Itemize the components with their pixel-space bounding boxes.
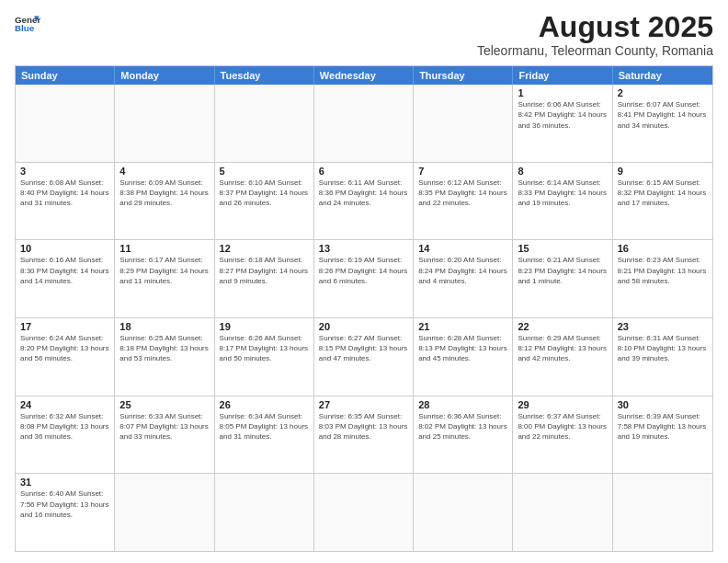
day-info: Sunrise: 6:19 AM Sunset: 8:26 PM Dayligh… [319,255,408,286]
day-number: 17 [20,321,109,332]
day-number: 11 [119,243,209,254]
cell-w3-d2: 19Sunrise: 6:26 AM Sunset: 8:17 PM Dayli… [215,318,314,396]
cell-w0-d1 [115,85,214,162]
day-number: 16 [618,243,708,254]
day-number: 4 [119,166,209,177]
day-number: 13 [319,243,408,254]
day-info: Sunrise: 6:34 AM Sunset: 8:05 PM Dayligh… [220,411,309,442]
generalblue-logo-icon: General Blue [15,11,40,37]
cell-w3-d1: 18Sunrise: 6:25 AM Sunset: 8:18 PM Dayli… [115,318,214,396]
day-info: Sunrise: 6:21 AM Sunset: 8:23 PM Dayligh… [518,255,607,286]
day-info: Sunrise: 6:15 AM Sunset: 8:32 PM Dayligh… [618,178,708,209]
cell-w1-d2: 5Sunrise: 6:10 AM Sunset: 8:37 PM Daylig… [215,163,314,240]
week-row-3: 17Sunrise: 6:24 AM Sunset: 8:20 PM Dayli… [16,317,712,396]
calendar-header: Sunday Monday Tuesday Wednesday Thursday… [16,66,712,85]
cell-w5-d4 [414,474,513,551]
day-info: Sunrise: 6:10 AM Sunset: 8:37 PM Dayligh… [220,178,309,209]
cell-w4-d3: 27Sunrise: 6:35 AM Sunset: 8:03 PM Dayli… [314,396,414,474]
cell-w2-d4: 14Sunrise: 6:20 AM Sunset: 8:24 PM Dayli… [414,240,513,317]
day-info: Sunrise: 6:09 AM Sunset: 8:38 PM Dayligh… [119,178,209,209]
dow-thursday: Thursday [414,66,513,85]
day-info: Sunrise: 6:37 AM Sunset: 8:00 PM Dayligh… [518,411,607,442]
dow-tuesday: Tuesday [215,66,314,85]
cell-w1-d3: 6Sunrise: 6:11 AM Sunset: 8:36 PM Daylig… [314,163,414,240]
dow-sunday: Sunday [16,66,115,85]
day-number: 3 [20,166,109,177]
day-info: Sunrise: 6:17 AM Sunset: 8:29 PM Dayligh… [119,255,209,286]
dow-friday: Friday [513,66,612,85]
day-number: 9 [618,166,708,177]
day-info: Sunrise: 6:33 AM Sunset: 8:07 PM Dayligh… [119,411,209,442]
title-block: August 2025 Teleormanu, Teleorman County… [477,11,713,58]
day-number: 30 [618,399,708,410]
day-number: 28 [418,399,507,410]
cell-w5-d5 [513,474,612,551]
day-info: Sunrise: 6:36 AM Sunset: 8:02 PM Dayligh… [418,411,507,442]
cell-w5-d6 [613,474,712,551]
day-number: 18 [119,321,209,332]
day-number: 5 [220,166,309,177]
day-number: 31 [20,477,109,488]
day-info: Sunrise: 6:20 AM Sunset: 8:24 PM Dayligh… [418,255,507,286]
cell-w5-d0: 31Sunrise: 6:40 AM Sunset: 7:56 PM Dayli… [16,474,115,551]
day-number: 19 [220,321,309,332]
day-info: Sunrise: 6:28 AM Sunset: 8:13 PM Dayligh… [418,333,507,364]
day-info: Sunrise: 6:23 AM Sunset: 8:21 PM Dayligh… [618,255,708,286]
day-info: Sunrise: 6:31 AM Sunset: 8:10 PM Dayligh… [618,333,708,364]
day-number: 12 [220,243,309,254]
day-info: Sunrise: 6:07 AM Sunset: 8:41 PM Dayligh… [618,99,708,131]
day-info: Sunrise: 6:06 AM Sunset: 8:42 PM Dayligh… [518,99,607,131]
cell-w2-d6: 16Sunrise: 6:23 AM Sunset: 8:21 PM Dayli… [613,240,712,317]
cell-w2-d0: 10Sunrise: 6:16 AM Sunset: 8:30 PM Dayli… [16,240,115,317]
cell-w4-d1: 25Sunrise: 6:33 AM Sunset: 8:07 PM Dayli… [115,396,214,474]
day-number: 2 [618,87,708,98]
day-info: Sunrise: 6:24 AM Sunset: 8:20 PM Dayligh… [20,333,109,364]
calendar-body: 1Sunrise: 6:06 AM Sunset: 8:42 PM Daylig… [16,85,712,551]
cell-w0-d3 [314,85,414,162]
day-number: 15 [518,243,607,254]
day-info: Sunrise: 6:08 AM Sunset: 8:40 PM Dayligh… [20,178,109,209]
cell-w3-d3: 20Sunrise: 6:27 AM Sunset: 8:15 PM Dayli… [314,318,414,396]
page: General Blue August 2025 Teleormanu, Tel… [0,0,728,563]
cell-w0-d2 [215,85,314,162]
day-number: 10 [20,243,109,254]
cell-w4-d5: 29Sunrise: 6:37 AM Sunset: 8:00 PM Dayli… [513,396,612,474]
cell-w0-d0 [16,85,115,162]
day-number: 27 [319,399,408,410]
cell-w2-d3: 13Sunrise: 6:19 AM Sunset: 8:26 PM Dayli… [314,240,414,317]
cell-w5-d2 [215,474,314,551]
day-number: 6 [319,166,408,177]
week-row-2: 10Sunrise: 6:16 AM Sunset: 8:30 PM Dayli… [16,239,712,317]
cell-w0-d6: 2Sunrise: 6:07 AM Sunset: 8:41 PM Daylig… [613,85,712,162]
day-number: 20 [319,321,408,332]
location-title: Teleormanu, Teleorman County, Romania [477,43,713,58]
cell-w2-d5: 15Sunrise: 6:21 AM Sunset: 8:23 PM Dayli… [513,240,612,317]
cell-w3-d0: 17Sunrise: 6:24 AM Sunset: 8:20 PM Dayli… [16,318,115,396]
cell-w1-d6: 9Sunrise: 6:15 AM Sunset: 8:32 PM Daylig… [613,163,712,240]
day-number: 24 [20,399,109,410]
day-number: 25 [119,399,209,410]
cell-w3-d5: 22Sunrise: 6:29 AM Sunset: 8:12 PM Dayli… [513,318,612,396]
day-info: Sunrise: 6:18 AM Sunset: 8:27 PM Dayligh… [220,255,309,286]
day-info: Sunrise: 6:25 AM Sunset: 8:18 PM Dayligh… [119,333,209,364]
dow-wednesday: Wednesday [314,66,414,85]
cell-w2-d2: 12Sunrise: 6:18 AM Sunset: 8:27 PM Dayli… [215,240,314,317]
day-info: Sunrise: 6:32 AM Sunset: 8:08 PM Dayligh… [20,411,109,442]
day-info: Sunrise: 6:29 AM Sunset: 8:12 PM Dayligh… [518,333,607,364]
day-number: 7 [418,166,507,177]
svg-text:Blue: Blue [15,23,35,33]
day-number: 23 [618,321,708,332]
day-number: 8 [518,166,607,177]
week-row-5: 31Sunrise: 6:40 AM Sunset: 7:56 PM Dayli… [16,473,712,551]
cell-w5-d1 [115,474,214,551]
week-row-0: 1Sunrise: 6:06 AM Sunset: 8:42 PM Daylig… [16,85,712,162]
day-info: Sunrise: 6:11 AM Sunset: 8:36 PM Dayligh… [319,178,408,209]
week-row-4: 24Sunrise: 6:32 AM Sunset: 8:08 PM Dayli… [16,396,712,474]
day-info: Sunrise: 6:12 AM Sunset: 8:35 PM Dayligh… [418,178,507,209]
day-info: Sunrise: 6:35 AM Sunset: 8:03 PM Dayligh… [319,411,408,442]
cell-w3-d6: 23Sunrise: 6:31 AM Sunset: 8:10 PM Dayli… [613,318,712,396]
month-title: August 2025 [477,11,713,43]
cell-w4-d6: 30Sunrise: 6:39 AM Sunset: 7:58 PM Dayli… [613,396,712,474]
day-number: 26 [220,399,309,410]
dow-monday: Monday [115,66,214,85]
